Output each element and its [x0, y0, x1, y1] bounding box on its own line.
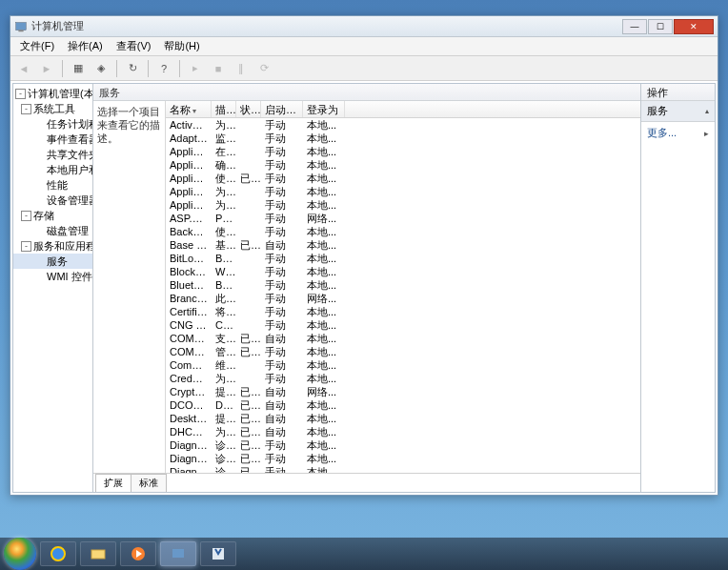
menu-help[interactable]: 帮助(H): [158, 37, 205, 55]
cell-logon: 本地...: [303, 332, 345, 346]
more-actions-link[interactable]: 更多...: [641, 122, 715, 144]
cell-logon: 本地...: [303, 158, 345, 173]
cell-name: Diagno...: [166, 466, 212, 473]
navigation-tree[interactable]: -计算机管理(本地-系统工具任务计划程序事件查看器共享文件夹本地用户和组性能设备…: [13, 84, 93, 492]
cell-desc: DC...: [212, 399, 236, 411]
tree-item[interactable]: -计算机管理(本地: [13, 86, 92, 101]
close-button[interactable]: ✕: [674, 19, 714, 34]
column-name[interactable]: 名称: [166, 101, 212, 117]
service-row[interactable]: Diagno...诊...已...手动本地...: [166, 452, 640, 465]
tree-item[interactable]: 事件查看器: [13, 132, 92, 147]
taskbar-item-media[interactable]: [120, 541, 156, 566]
collapse-icon[interactable]: -: [21, 241, 31, 252]
taskbar-item-ie[interactable]: [40, 541, 76, 566]
tree-item[interactable]: WMI 控件: [13, 269, 92, 284]
tree-item-label: 系统工具: [33, 102, 75, 115]
service-row[interactable]: DHCP ...为...已...自动本地...: [166, 425, 640, 438]
tree-item-label: 任务计划程序: [47, 117, 93, 131]
tree-item-label: 计算机管理(本地: [28, 87, 93, 100]
titlebar[interactable]: 计算机管理 — ☐ ✕: [10, 16, 718, 37]
service-row[interactable]: Applica...确...手动本地...: [166, 158, 640, 172]
tree-item[interactable]: 本地用户和组: [13, 162, 92, 177]
tree-item[interactable]: -服务和应用程序: [13, 238, 92, 254]
service-row[interactable]: Crypto...提...已...自动网络...: [166, 385, 640, 398]
tree-item[interactable]: 任务计划程序: [13, 116, 92, 132]
forward-button[interactable]: ►: [37, 59, 56, 78]
service-row[interactable]: Deskto...提...已...自动本地...: [166, 412, 640, 425]
back-button[interactable]: ◄: [14, 59, 33, 78]
service-row[interactable]: Base Fil...基...已...自动本地...: [166, 238, 640, 252]
tree-item[interactable]: 服务: [13, 254, 92, 269]
cell-startup: 手动: [261, 372, 303, 386]
help-button[interactable]: ?: [154, 59, 173, 78]
tree-item[interactable]: -系统工具: [13, 101, 92, 116]
service-row[interactable]: Backgr...使...手动本地...: [166, 225, 640, 238]
tool-button[interactable]: ▦: [69, 59, 88, 78]
maximize-button[interactable]: ☐: [648, 19, 673, 34]
actions-section[interactable]: 服务 ▴: [641, 101, 715, 122]
tool-button[interactable]: ◈: [91, 59, 111, 78]
restart-service-button[interactable]: ⟳: [254, 59, 273, 78]
service-row[interactable]: Adaptiv...监...手动本地...: [166, 132, 640, 145]
minimize-button[interactable]: —: [622, 19, 647, 34]
taskbar[interactable]: [0, 538, 728, 570]
tree-item[interactable]: 性能: [13, 177, 92, 193]
tree-item[interactable]: 共享文件夹: [13, 147, 92, 162]
service-row[interactable]: Certific...将...手动本地...: [166, 305, 640, 318]
cell-name: ASP.NE...: [166, 213, 212, 224]
tree-item[interactable]: -存储: [13, 208, 92, 223]
column-logon[interactable]: 登录为: [303, 101, 345, 117]
service-row[interactable]: Applica...为 I...手动本地...: [166, 185, 640, 198]
cell-logon: 本地...: [303, 398, 345, 413]
collapse-icon[interactable]: -: [15, 89, 26, 99]
column-state[interactable]: 状态: [236, 101, 261, 117]
refresh-button[interactable]: ↻: [123, 59, 142, 78]
service-row[interactable]: Applica...使...已...手动本地...: [166, 172, 640, 185]
tab-standard[interactable]: 标准: [131, 474, 167, 492]
tree-item[interactable]: 设备管理器: [13, 193, 92, 208]
cell-logon: 本地...: [303, 412, 345, 426]
list-body[interactable]: ActiveX...为...手动本地...Adaptiv...监...手动本地.…: [166, 118, 640, 473]
service-row[interactable]: Diagno...诊...已...手动本地...: [166, 465, 640, 473]
service-row[interactable]: DCOM ...DC...已...自动本地...: [166, 398, 640, 412]
tree-item[interactable]: 磁盘管理: [13, 223, 92, 238]
column-desc[interactable]: 描述: [212, 101, 236, 117]
cell-startup: 手动: [261, 465, 303, 474]
start-service-button[interactable]: ▸: [186, 59, 205, 78]
service-row[interactable]: CNG K...CN...手动本地...: [166, 318, 640, 332]
service-row[interactable]: COM+ ...支...已...自动本地...: [166, 332, 640, 345]
service-row[interactable]: Applica...在...手动本地...: [166, 145, 640, 158]
pause-service-button[interactable]: ‖: [232, 59, 251, 78]
tab-extended[interactable]: 扩展: [95, 474, 131, 492]
cell-logon: 本地...: [303, 372, 345, 386]
menu-action[interactable]: 操作(A): [62, 37, 109, 55]
service-row[interactable]: Compu...维...手动本地...: [166, 358, 640, 372]
stop-service-button[interactable]: ■: [209, 59, 228, 78]
menu-file[interactable]: 文件(F): [14, 37, 60, 55]
service-row[interactable]: Creden...为...手动本地...: [166, 372, 640, 385]
taskbar-item-explorer[interactable]: [80, 541, 116, 566]
taskbar-item-mmc[interactable]: [160, 541, 196, 566]
tree-item-label: 事件查看器: [47, 132, 93, 146]
cell-desc: 维...: [212, 358, 236, 373]
cell-logon: 网络...: [303, 385, 345, 399]
svg-rect-0: [16, 22, 27, 30]
service-row[interactable]: ASP.NE...Pro...手动网络...: [166, 212, 640, 225]
service-row[interactable]: Branch...此...手动网络...: [166, 292, 640, 305]
column-startup[interactable]: 启动类型: [261, 101, 303, 117]
start-button[interactable]: [4, 538, 36, 570]
service-row[interactable]: Diagno...诊...已...手动本地...: [166, 438, 640, 452]
collapse-icon[interactable]: -: [21, 104, 31, 114]
service-row[interactable]: Blueto...Blu...手动本地...: [166, 278, 640, 292]
taskbar-item-app[interactable]: [200, 541, 236, 566]
service-row[interactable]: COM+ ...管...已...手动本地...: [166, 345, 640, 358]
collapse-icon[interactable]: -: [21, 211, 31, 221]
service-row[interactable]: Block L...Wi...手动本地...: [166, 265, 640, 278]
menu-view[interactable]: 查看(V): [111, 37, 157, 55]
tree-bullet-icon: [34, 180, 45, 191]
service-row[interactable]: BitLock...BD...手动本地...: [166, 252, 640, 265]
service-row[interactable]: Applica...为...手动本地...: [166, 198, 640, 212]
separator: [148, 60, 149, 77]
service-row[interactable]: ActiveX...为...手动本地...: [166, 118, 640, 132]
cell-desc: 诊...: [212, 452, 236, 466]
